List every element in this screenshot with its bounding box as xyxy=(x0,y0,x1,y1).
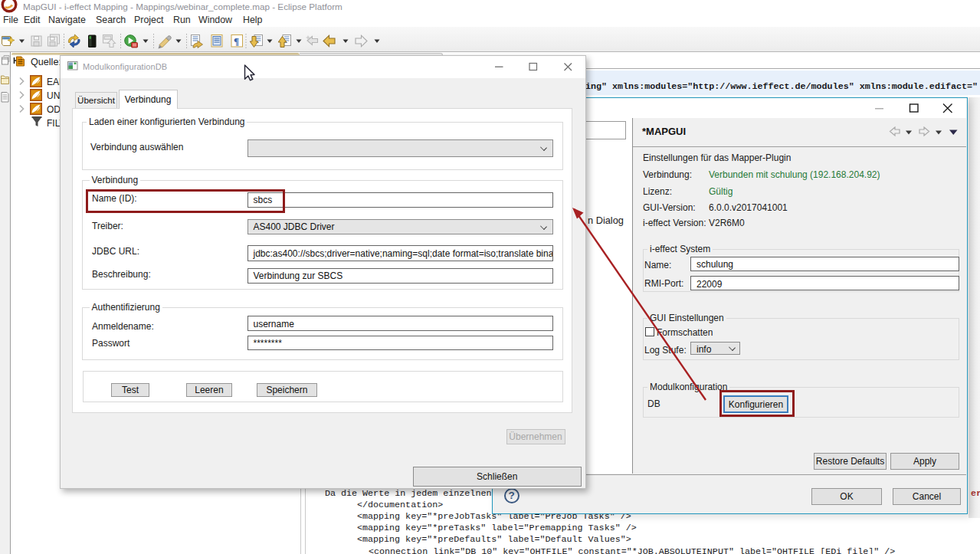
svg-text:¶: ¶ xyxy=(234,35,239,47)
